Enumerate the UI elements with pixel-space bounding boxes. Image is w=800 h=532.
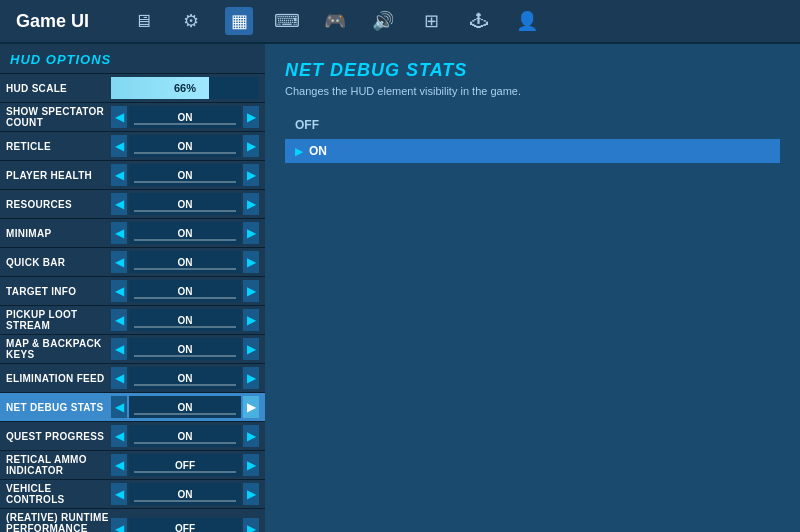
setting-label: SHOW SPECTATOR COUNT [6,106,111,128]
setting-control: ◀OFF▶ [111,518,259,533]
hud-scale-control: 66% [111,77,259,99]
option-arrow-icon: ▶ [295,146,303,157]
arrow-left-button[interactable]: ◀ [111,396,127,418]
setting-row[interactable]: TARGET INFO◀ON▶ [0,276,265,305]
setting-label: VEHICLE CONTROLS [6,483,111,505]
setting-label: MINIMAP [6,228,111,239]
arrow-right-button[interactable]: ▶ [243,367,259,389]
monitor-icon[interactable]: 🖥 [129,7,157,35]
arrow-left-button[interactable]: ◀ [111,193,127,215]
app-title: Game UI [16,11,89,32]
arrow-left-button[interactable]: ◀ [111,338,127,360]
arrow-right-button[interactable]: ▶ [243,338,259,360]
setting-row[interactable]: QUICK BAR◀ON▶ [0,247,265,276]
top-bar: Game UI 🖥 ⚙ ▦ ⌨ 🎮 🔊 ⊞ 🕹 👤 [0,0,800,44]
value-bar: ON [129,280,241,302]
setting-row[interactable]: RETICLE◀ON▶ [0,131,265,160]
setting-label: PLAYER HEALTH [6,170,111,181]
arrow-left-button[interactable]: ◀ [111,106,127,128]
setting-label: PICKUP LOOT STREAM [6,309,111,331]
gamepad-icon[interactable]: 🕹 [465,7,493,35]
section-title: HUD OPTIONS [0,44,265,73]
arrow-left-button[interactable]: ◀ [111,483,127,505]
network-icon[interactable]: ⊞ [417,7,445,35]
bar-line [134,210,236,212]
arrow-right-button[interactable]: ▶ [243,135,259,157]
left-panel: HUD OPTIONS HUD SCALE 66% SHOW SPECTATOR… [0,44,265,532]
bar-line [134,442,236,444]
value-text: ON [178,402,193,413]
setting-label: TARGET INFO [6,286,111,297]
setting-row[interactable]: PICKUP LOOT STREAM◀ON▶ [0,305,265,334]
setting-row[interactable]: QUEST PROGRESS◀ON▶ [0,421,265,450]
setting-label: ELIMINATION FEED [6,373,111,384]
setting-row[interactable]: RESOURCES◀ON▶ [0,189,265,218]
arrow-left-button[interactable]: ◀ [111,309,127,331]
setting-control: ◀ON▶ [111,106,259,128]
controller-icon[interactable]: 🎮 [321,7,349,35]
value-text: ON [178,257,193,268]
value-text: ON [178,431,193,442]
setting-row[interactable]: NET DEBUG STATS◀ON▶ [0,392,265,421]
setting-row[interactable]: VEHICLE CONTROLS◀ON▶ [0,479,265,508]
option-item[interactable]: ▶ON [285,139,780,163]
arrow-right-button[interactable]: ▶ [243,483,259,505]
value-bar: ON [129,164,241,186]
arrow-right-button[interactable]: ▶ [243,396,259,418]
arrow-right-button[interactable]: ▶ [243,222,259,244]
audio-icon[interactable]: 🔊 [369,7,397,35]
setting-control: ◀ON▶ [111,367,259,389]
arrow-right-button[interactable]: ▶ [243,164,259,186]
arrow-left-button[interactable]: ◀ [111,251,127,273]
arrow-right-button[interactable]: ▶ [243,425,259,447]
value-bar: OFF [129,518,241,533]
setting-row[interactable]: ELIMINATION FEED◀ON▶ [0,363,265,392]
arrow-right-button[interactable]: ▶ [243,280,259,302]
hud-scale-value: 66% [174,82,196,94]
arrow-left-button[interactable]: ◀ [111,164,127,186]
arrow-right-button[interactable]: ▶ [243,251,259,273]
arrow-left-button[interactable]: ◀ [111,367,127,389]
value-text: ON [178,170,193,181]
arrow-left-button[interactable]: ◀ [111,280,127,302]
value-text: ON [178,315,193,326]
setting-row[interactable]: MAP & BACKPACK KEYS◀ON▶ [0,334,265,363]
bar-line [134,239,236,241]
option-item[interactable]: OFF [285,113,780,137]
arrow-right-button[interactable]: ▶ [243,309,259,331]
settings-list: SHOW SPECTATOR COUNT◀ON▶RETICLE◀ON▶PLAYE… [0,102,265,532]
setting-control: ◀ON▶ [111,193,259,215]
arrow-right-button[interactable]: ▶ [243,193,259,215]
hud-icon[interactable]: ▦ [225,7,253,35]
setting-label: RETICLE [6,141,111,152]
keyboard-icon[interactable]: ⌨ [273,7,301,35]
hud-scale-bar[interactable]: 66% [111,77,259,99]
arrow-left-button[interactable]: ◀ [111,454,127,476]
main-content: HUD OPTIONS HUD SCALE 66% SHOW SPECTATOR… [0,44,800,532]
right-panel: NET DEBUG STATS Changes the HUD element … [265,44,800,532]
arrow-left-button[interactable]: ◀ [111,425,127,447]
user-icon[interactable]: 👤 [513,7,541,35]
arrow-right-button[interactable]: ▶ [243,106,259,128]
setting-row[interactable]: SHOW SPECTATOR COUNT◀ON▶ [0,102,265,131]
value-bar: ON [129,222,241,244]
bar-line [134,413,236,415]
setting-row[interactable]: (REATIVE) RUNTIME PERFORMANCE STAT◀OFF▶ [0,508,265,532]
arrow-left-button[interactable]: ◀ [111,135,127,157]
bar-line [134,384,236,386]
value-text: ON [178,112,193,123]
value-text: ON [178,286,193,297]
bar-line [134,181,236,183]
setting-row[interactable]: RETICAL AMMO INDICATOR◀OFF▶ [0,450,265,479]
arrow-left-button[interactable]: ◀ [111,518,127,533]
arrow-right-button[interactable]: ▶ [243,518,259,533]
value-text: OFF [175,460,195,471]
setting-row[interactable]: PLAYER HEALTH◀ON▶ [0,160,265,189]
gear-icon[interactable]: ⚙ [177,7,205,35]
setting-control: ◀ON▶ [111,396,259,418]
arrow-left-button[interactable]: ◀ [111,222,127,244]
arrow-right-button[interactable]: ▶ [243,454,259,476]
hud-scale-row: HUD SCALE 66% [0,73,265,102]
setting-row[interactable]: MINIMAP◀ON▶ [0,218,265,247]
hud-scale-label: HUD SCALE [6,83,111,94]
